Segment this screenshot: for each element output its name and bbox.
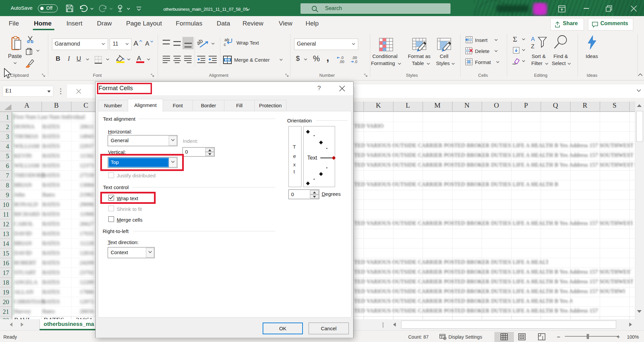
svg-text:c: c	[224, 42, 226, 47]
svg-text:.0: .0	[340, 56, 343, 60]
svg-text:.00: .00	[352, 56, 357, 60]
svg-text:A: A	[531, 36, 535, 42]
svg-text:.0: .0	[354, 60, 357, 64]
svg-text:.00: .00	[339, 60, 344, 64]
svg-text:Z: Z	[531, 43, 534, 49]
